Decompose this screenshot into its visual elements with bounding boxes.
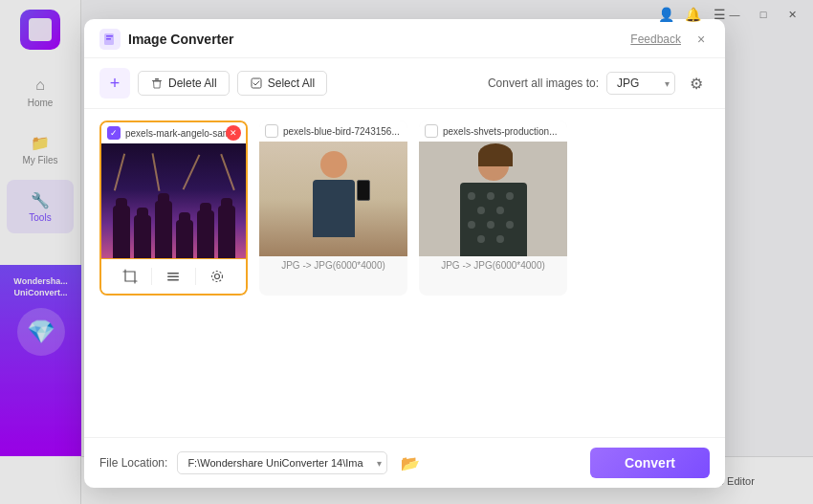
file-location-select[interactable]: F:\Wondershare UniConverter 14\Image Out… bbox=[177, 451, 387, 474]
image-card-actions-0 bbox=[101, 258, 246, 294]
image-thumb-2 bbox=[419, 142, 567, 256]
polka-dot-9 bbox=[477, 235, 485, 243]
image-card-header-2: pexels-shvets-production... bbox=[419, 121, 567, 142]
minimize-button[interactable]: — bbox=[721, 4, 748, 25]
window-chrome: — □ ✕ bbox=[641, 0, 813, 29]
phone-figure bbox=[305, 151, 363, 247]
image-card-header-1: pexels-blue-bird-7243156... bbox=[259, 121, 407, 142]
menu-action-btn[interactable] bbox=[152, 265, 194, 288]
hand-6 bbox=[218, 206, 235, 258]
modal-icon bbox=[99, 29, 121, 50]
images-grid: ✓ pexels-mark-angelo-sam... ✕ bbox=[84, 109, 725, 437]
polka-hair bbox=[478, 143, 513, 166]
svg-rect-7 bbox=[167, 276, 179, 278]
hand-1 bbox=[113, 206, 130, 258]
polka-dot-1 bbox=[468, 192, 475, 200]
modal-overlay: Image Converter Feedback × + bbox=[0, 0, 813, 504]
hand-4 bbox=[176, 220, 193, 258]
file-location-label: File Location: bbox=[99, 456, 167, 470]
image-card-header-0: ✓ pexels-mark-angelo-sam... ✕ bbox=[101, 122, 246, 143]
image-converter-modal: Image Converter Feedback × + bbox=[84, 19, 725, 488]
format-select[interactable]: JPG PNG BMP TIFF WEBP bbox=[606, 72, 675, 95]
light-beam-1 bbox=[114, 153, 125, 190]
polka-bg bbox=[419, 142, 567, 256]
folder-icon: 📂 bbox=[401, 454, 420, 472]
polka-dot-10 bbox=[496, 235, 504, 243]
svg-rect-6 bbox=[167, 273, 179, 274]
concert-lights bbox=[101, 153, 246, 191]
format-select-wrapper: JPG PNG BMP TIFF WEBP ▾ bbox=[606, 72, 675, 95]
image-thumb-1 bbox=[259, 142, 407, 256]
add-icon: + bbox=[110, 74, 121, 94]
image-card-2[interactable]: pexels-shvets-production... bbox=[419, 121, 567, 296]
card-checkbox-2[interactable] bbox=[425, 124, 438, 138]
modal-title: Image Converter bbox=[128, 32, 233, 47]
polka-dot-7 bbox=[487, 221, 494, 229]
concert-hands bbox=[101, 189, 246, 258]
light-beam-4 bbox=[220, 154, 235, 190]
hand-2 bbox=[134, 215, 151, 258]
polka-dot-6 bbox=[468, 221, 475, 229]
modal-close-button[interactable]: × bbox=[692, 31, 710, 48]
card-checkbox-0[interactable]: ✓ bbox=[107, 126, 121, 140]
polka-dot-3 bbox=[506, 192, 514, 200]
polka-figure bbox=[455, 151, 532, 256]
polka-body bbox=[460, 183, 527, 256]
card-filename-2: pexels-shvets-production... bbox=[443, 126, 561, 137]
browse-folder-button[interactable]: 📂 bbox=[397, 449, 424, 476]
figure-phone bbox=[357, 180, 370, 201]
concert-thumbnail bbox=[101, 143, 246, 258]
settings-action-btn[interactable] bbox=[196, 265, 238, 288]
phone-thumbnail bbox=[259, 142, 407, 256]
polka-dots bbox=[460, 183, 527, 256]
polka-head bbox=[478, 151, 509, 181]
modal-titlebar: Image Converter Feedback × bbox=[84, 19, 725, 58]
file-location-select-wrapper: F:\Wondershare UniConverter 14\Image Out… bbox=[177, 451, 387, 474]
polka-dot-4 bbox=[477, 207, 485, 214]
image-card-1[interactable]: pexels-blue-bird-7243156... JPG -> JPG(6… bbox=[259, 121, 407, 296]
format-settings-button[interactable]: ⚙ bbox=[683, 70, 710, 97]
delete-all-button[interactable]: Delete All bbox=[138, 71, 230, 96]
settings-icon: ⚙ bbox=[690, 75, 703, 93]
light-beam-3 bbox=[183, 154, 201, 189]
select-all-label: Select All bbox=[268, 77, 315, 90]
card-checkbox-1[interactable] bbox=[265, 124, 278, 138]
light-beam-2 bbox=[151, 153, 160, 191]
svg-rect-2 bbox=[106, 38, 111, 40]
checkbox-check-0: ✓ bbox=[110, 128, 118, 138]
add-image-button[interactable]: + bbox=[99, 68, 130, 99]
delete-all-label: Delete All bbox=[168, 77, 217, 90]
trash-icon bbox=[150, 77, 164, 90]
convert-all-label: Convert all images to: bbox=[488, 77, 599, 90]
hand-3 bbox=[155, 201, 172, 258]
polka-dot-2 bbox=[487, 192, 494, 200]
polka-dot-5 bbox=[496, 207, 504, 214]
image-thumb-0 bbox=[101, 143, 246, 258]
figure-head bbox=[320, 151, 347, 178]
maximize-button[interactable]: □ bbox=[750, 4, 777, 25]
modal-feedback-close: Feedback × bbox=[630, 31, 710, 48]
image-card-info-1: JPG -> JPG(6000*4000) bbox=[259, 256, 407, 274]
card-filename-1: pexels-blue-bird-7243156... bbox=[283, 126, 402, 137]
feedback-link[interactable]: Feedback bbox=[630, 33, 681, 46]
modal-footer: File Location: F:\Wondershare UniConvert… bbox=[84, 437, 725, 488]
image-card-info-2: JPG -> JPG(6000*4000) bbox=[419, 256, 567, 274]
svg-rect-4 bbox=[155, 78, 159, 80]
polka-dot-8 bbox=[506, 221, 514, 229]
figure-body bbox=[313, 180, 355, 237]
svg-point-9 bbox=[214, 274, 219, 279]
svg-point-10 bbox=[211, 272, 222, 282]
card-close-0[interactable]: ✕ bbox=[226, 125, 241, 141]
app-close-button[interactable]: ✕ bbox=[779, 4, 805, 25]
crop-action-btn[interactable] bbox=[109, 265, 151, 288]
polka-thumbnail bbox=[419, 142, 567, 256]
card-filename-0: pexels-mark-angelo-sam... bbox=[125, 128, 240, 139]
select-icon bbox=[250, 77, 263, 90]
modal-toolbar: + Delete All bbox=[84, 58, 725, 109]
select-all-button[interactable]: Select All bbox=[237, 71, 327, 96]
hand-5 bbox=[197, 210, 214, 258]
svg-rect-8 bbox=[167, 279, 179, 281]
svg-rect-1 bbox=[106, 35, 113, 37]
convert-button[interactable]: Convert bbox=[590, 448, 710, 478]
image-card-0[interactable]: ✓ pexels-mark-angelo-sam... ✕ bbox=[99, 121, 248, 296]
